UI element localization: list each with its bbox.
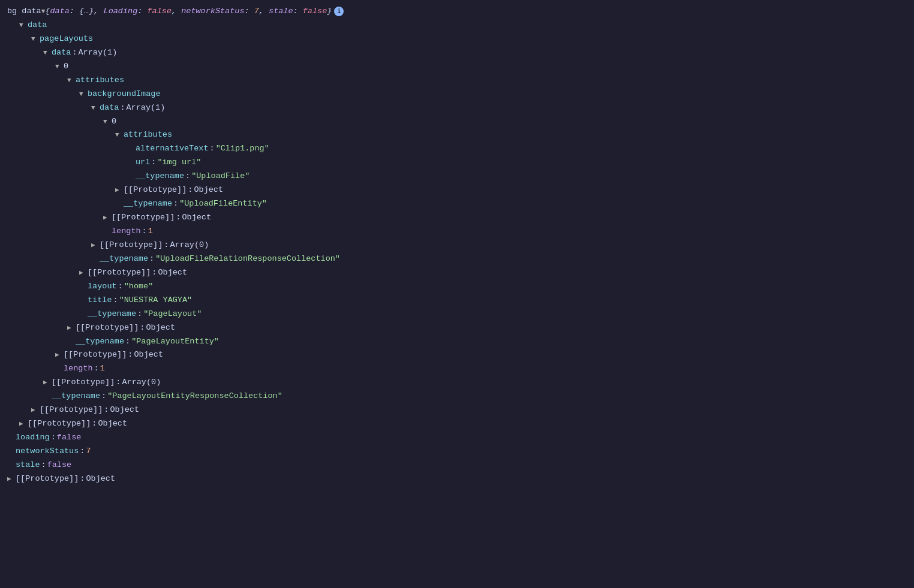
arrow-down-icon[interactable]: [55, 61, 64, 73]
tree-line: pageLayouts: [7, 32, 907, 46]
tree-value: "UploadFile": [191, 170, 249, 183]
separator: :: [125, 335, 130, 349]
tree-key: __typename: [52, 390, 100, 403]
separator: :: [72, 46, 77, 60]
arrow-down-icon[interactable]: [79, 89, 88, 100]
tree-key: [[Prototype]]: [40, 403, 103, 417]
tree-value: Object: [98, 417, 127, 431]
tree-key: attributes: [76, 74, 124, 88]
arrow-right-icon[interactable]: [31, 405, 40, 416]
root-arrow-icon[interactable]: ▼: [41, 6, 46, 17]
tree-line: 0: [7, 115, 907, 129]
tree-line: [[Prototype]]: Object: [7, 321, 907, 335]
tree-line: [[Prototype]]: Array(0): [7, 239, 907, 252]
separator: :: [118, 280, 123, 294]
tree-key: attributes: [124, 128, 172, 142]
tree-key: [[Prototype]]: [124, 183, 187, 197]
tree-line: attributes: [7, 128, 907, 142]
tree-value: Object: [158, 266, 187, 280]
tree-line: __typename: "PageLayout": [7, 307, 907, 321]
tree-line: 0: [7, 60, 907, 74]
tree-key: url: [136, 156, 150, 170]
tree-line: __typename: "PageLayoutEntityResponseCol…: [7, 390, 907, 403]
info-icon[interactable]: i: [334, 7, 344, 16]
root-label: bg data: [7, 5, 41, 19]
separator: :: [80, 445, 85, 459]
separator: :: [51, 431, 56, 445]
separator: :: [116, 376, 121, 390]
arrow-down-icon[interactable]: [19, 20, 28, 31]
tree-line: bg data ▼ {data: {…}, Loading: false, ne…: [7, 5, 907, 19]
tree-line: [[Prototype]]: Object: [7, 266, 907, 280]
tree-key: title: [88, 294, 112, 307]
tree-value: false: [47, 459, 72, 472]
separator: :: [173, 197, 178, 211]
arrow-right-icon[interactable]: [91, 240, 100, 251]
arrow-right-icon[interactable]: [7, 474, 16, 485]
tree-value: Object: [86, 472, 115, 486]
tree-value: Array(0): [170, 239, 209, 252]
tree-value: "home": [124, 280, 154, 294]
tree-container: bg data ▼ {data: {…}, Loading: false, ne…: [7, 5, 907, 486]
tree-key: __typename: [124, 197, 172, 211]
tree-value: Object: [194, 183, 223, 197]
tree-value: "PageLayout": [143, 307, 202, 321]
tree-key: [[Prototype]]: [76, 321, 139, 335]
tree-value: false: [57, 431, 82, 445]
arrow-right-icon[interactable]: [43, 377, 52, 388]
arrow-right-icon[interactable]: [55, 349, 64, 361]
tree-key: 0: [64, 60, 68, 74]
separator: :: [152, 266, 157, 280]
tree-value: 1: [148, 225, 153, 239]
tree-value: 1: [100, 362, 105, 376]
tree-value: "img url": [157, 156, 201, 170]
arrow-right-icon[interactable]: [115, 185, 124, 196]
tree-line: __typename: "UploadFile": [7, 170, 907, 183]
tree-line: networkStatus: 7: [7, 445, 907, 459]
arrow-down-icon[interactable]: [115, 129, 124, 141]
tree-key: [[Prototype]]: [16, 472, 79, 486]
tree-value: Object: [146, 321, 175, 335]
tree-key: __typename: [76, 335, 124, 349]
tree-key: length: [112, 225, 141, 239]
arrow-down-icon[interactable]: [103, 116, 112, 128]
tree-line: [[Prototype]]: Array(0): [7, 376, 907, 390]
tree-value: Array(0): [122, 376, 161, 390]
tree-value: "Clip1.png": [216, 142, 269, 156]
arrow-right-icon[interactable]: [67, 322, 76, 334]
tree-value: Array(1): [127, 101, 166, 115]
tree-value: "UploadFileRelationResponseCollection": [155, 252, 340, 266]
tree-line: loading: false: [7, 431, 907, 445]
tree-line: [[Prototype]]: Object: [7, 183, 907, 197]
separator: :: [41, 459, 46, 472]
arrow-down-icon[interactable]: [31, 34, 40, 45]
tree-key: pageLayouts: [40, 32, 93, 46]
arrow-right-icon[interactable]: [79, 267, 88, 279]
tree-line: [[Prototype]]: Object: [7, 403, 907, 417]
separator: :: [80, 472, 85, 486]
tree-value: Object: [182, 211, 211, 225]
tree-value: "NUESTRA YAGYA": [119, 294, 193, 307]
arrow-right-icon[interactable]: [103, 212, 112, 224]
tree-line: alternativeText: "Clip1.png": [7, 142, 907, 156]
arrow-down-icon[interactable]: [67, 75, 76, 86]
separator: :: [149, 252, 154, 266]
separator: :: [94, 362, 99, 376]
arrow-down-icon[interactable]: [91, 102, 100, 114]
tree-key: 0: [112, 115, 116, 129]
tree-line: data: Array(1): [7, 101, 907, 115]
arrow-right-icon[interactable]: [19, 418, 28, 430]
tree-key: [[Prototype]]: [100, 239, 163, 252]
arrow-down-icon[interactable]: [43, 47, 52, 59]
tree-key: backgroundImage: [88, 88, 161, 101]
tree-key: data: [100, 101, 119, 115]
tree-key: data: [28, 19, 47, 32]
tree-line: length: 1: [7, 225, 907, 239]
tree-line: [[Prototype]]: Object: [7, 472, 907, 486]
tree-key: __typename: [88, 307, 136, 321]
tree-value: "PageLayoutEntityResponseCollection": [107, 390, 282, 403]
tree-key: stale: [16, 459, 40, 472]
tree-line: [[Prototype]]: Object: [7, 417, 907, 431]
tree-line: backgroundImage: [7, 88, 907, 101]
separator: :: [210, 142, 215, 156]
